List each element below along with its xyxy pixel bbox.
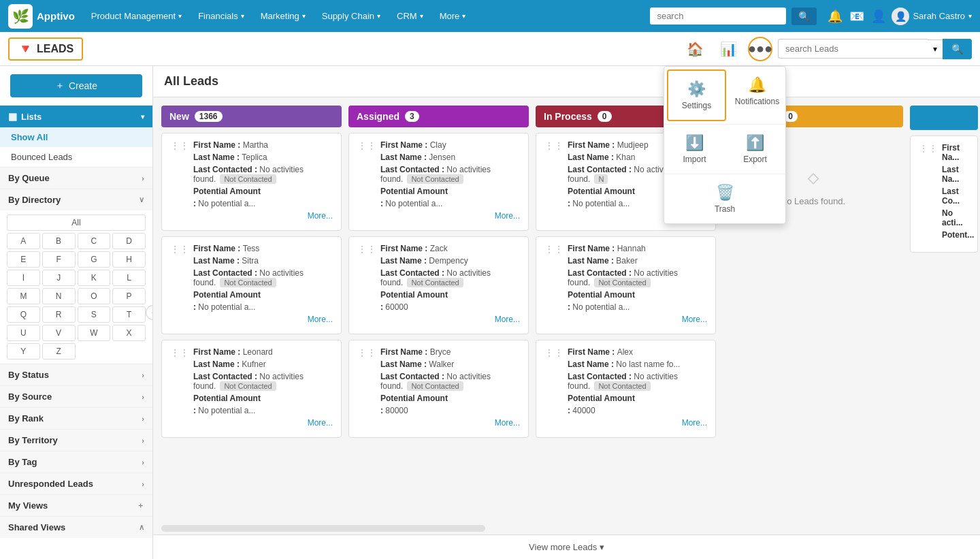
dir-letter-h[interactable]: H xyxy=(112,251,146,268)
card-more-link[interactable]: More... xyxy=(193,418,333,428)
user-menu[interactable]: 👤 Sarah Castro ▾ xyxy=(892,7,972,25)
app-logo[interactable]: 🌿 Apptivo xyxy=(8,4,75,29)
dir-letter-j[interactable]: J xyxy=(42,270,76,286)
card-more-link[interactable]: More... xyxy=(193,315,333,324)
sidebar-section-header-by-rank[interactable]: By Rank › xyxy=(0,408,152,429)
dir-letter-v[interactable]: V xyxy=(42,325,76,341)
dir-letter-n[interactable]: N xyxy=(42,288,76,304)
notifications-bell-icon[interactable]: 🔔 xyxy=(828,9,843,24)
dir-letter-m[interactable]: M xyxy=(7,288,40,304)
card-more-link[interactable]: More... xyxy=(380,211,520,221)
chevron-down-icon: ▾ xyxy=(420,12,423,20)
nav-financials[interactable]: Financials ▾ xyxy=(193,8,250,24)
sidebar: ＋ Create ▦ Lists ▾ Show All Bounced Lead… xyxy=(0,66,153,559)
dir-letter-k[interactable]: K xyxy=(78,270,111,286)
dir-letter-x[interactable]: X xyxy=(112,325,146,341)
nav-crm[interactable]: CRM ▾ xyxy=(391,8,429,24)
nav-product-management[interactable]: Product Management ▾ xyxy=(86,8,187,24)
dropdown-row-settings-notifications: ⚙️ Settings 🔔 Notifications xyxy=(664,67,785,125)
dir-letter-l[interactable]: L xyxy=(112,270,146,286)
dir-letter-g[interactable]: G xyxy=(78,251,111,268)
global-search-input[interactable] xyxy=(650,7,786,25)
nav-supply-chain[interactable]: Supply Chain ▾ xyxy=(316,8,386,24)
sidebar-section-header-unresponded[interactable]: Unresponded Leads › xyxy=(0,473,152,494)
trash-menu-item[interactable]: 🗑️ Trash xyxy=(664,174,785,223)
dir-letter-r[interactable]: R xyxy=(42,306,76,323)
card-drag-handle[interactable]: ⋮⋮ First Name : Martha Last Name : Tepli… xyxy=(170,140,333,221)
sidebar-section-by-rank: By Rank › xyxy=(0,407,152,429)
status-badge: Not Contacted xyxy=(407,381,463,391)
settings-menu-item[interactable]: ⚙️ Settings xyxy=(667,69,726,121)
dir-letter-y[interactable]: Y xyxy=(7,343,40,360)
dir-letter-z[interactable]: Z xyxy=(42,343,76,360)
chevron-down-icon: ▾ xyxy=(600,542,604,552)
sidebar-section-header-by-status[interactable]: By Status › xyxy=(0,364,152,385)
chevron-up-icon: ∧ xyxy=(139,523,144,532)
sidebar-section-header-by-directory[interactable]: By Directory ∨ xyxy=(0,189,152,210)
horizontal-scrollbar[interactable] xyxy=(161,525,485,532)
kanban-header-extra xyxy=(910,106,978,130)
chevron-right-icon: › xyxy=(142,480,144,488)
sidebar-section-header-by-territory[interactable]: By Territory › xyxy=(0,430,152,451)
dir-letter-w[interactable]: W xyxy=(78,325,111,341)
sidebar-section-header-by-queue[interactable]: By Queue › xyxy=(0,167,152,189)
status-badge: Not Contacted xyxy=(220,278,276,287)
dir-letter-b[interactable]: B xyxy=(42,233,76,249)
global-search-button[interactable]: 🔍 xyxy=(791,7,817,25)
leads-badge: 🔻 LEADS xyxy=(8,37,83,61)
sidebar-section-header-by-tag[interactable]: By Tag › xyxy=(0,451,152,473)
chevron-down-icon: ▾ xyxy=(302,12,306,20)
sidebar-section-header-my-views[interactable]: My Views ＋ xyxy=(0,495,152,516)
chart-button[interactable]: 📊 xyxy=(715,38,742,60)
status-badge: Not Contacted xyxy=(594,278,650,287)
sidebar-section-unresponded: Unresponded Leads › xyxy=(0,473,152,494)
sidebar-section-header-by-source[interactable]: By Source › xyxy=(0,386,152,407)
messages-icon[interactable]: 📧 xyxy=(849,9,864,24)
gear-icon: ⚙️ xyxy=(687,80,706,98)
nav-more[interactable]: More ▾ xyxy=(434,8,472,24)
search-leads-dropdown[interactable]: ▾ xyxy=(928,39,943,59)
card-more-link[interactable]: More... xyxy=(380,315,520,324)
export-icon: ⬆️ xyxy=(746,134,764,152)
dir-letter-s[interactable]: S xyxy=(78,306,111,323)
dir-letter-all[interactable]: All xyxy=(7,214,146,231)
drag-handle-icon: ⋮⋮ xyxy=(170,244,189,255)
search-leads-input[interactable] xyxy=(778,39,928,59)
sidebar-section-by-directory: By Directory ∨ All A B C D E F G H I J K… xyxy=(0,189,152,364)
kanban-column-assigned: Assigned 3 ⋮⋮ First Name : Clay Last Nam… xyxy=(348,106,529,517)
card-more-link[interactable]: More... xyxy=(568,315,707,324)
plus-icon: ＋ xyxy=(137,500,144,511)
status-badge: N xyxy=(594,174,608,184)
card-more-link[interactable]: More... xyxy=(193,211,333,221)
sidebar-item-bounced-leads[interactable]: Bounced Leads xyxy=(0,147,152,167)
plus-icon: ＋ xyxy=(55,80,65,92)
card-more-link[interactable]: More... xyxy=(568,418,707,428)
view-more-leads-button[interactable]: View more Leads ▾ xyxy=(153,534,980,559)
sidebar-section-header-shared-views[interactable]: Shared Views ∧ xyxy=(0,517,152,538)
dir-letter-i[interactable]: I xyxy=(7,270,40,286)
more-options-button[interactable]: ●●● xyxy=(748,37,772,61)
sidebar-item-show-all[interactable]: Show All xyxy=(0,127,152,147)
sidebar-section-shared-views: Shared Views ∧ xyxy=(0,516,152,538)
card-more-link[interactable]: More... xyxy=(380,418,520,428)
export-menu-item[interactable]: ⬆️ Export xyxy=(725,125,785,174)
profile-icon[interactable]: 👤 xyxy=(871,9,886,24)
dir-letter-u[interactable]: U xyxy=(7,325,40,341)
sidebar-lists-section[interactable]: ▦ Lists ▾ xyxy=(0,106,152,127)
dir-letter-q[interactable]: Q xyxy=(7,306,40,323)
dir-letter-e[interactable]: E xyxy=(7,251,40,268)
dir-letter-c[interactable]: C xyxy=(78,233,111,249)
nav-marketing[interactable]: Marketing ▾ xyxy=(255,8,311,24)
dir-letter-o[interactable]: O xyxy=(78,288,111,304)
import-menu-item[interactable]: ⬇️ Import xyxy=(664,125,725,174)
dir-letter-f[interactable]: F xyxy=(42,251,76,268)
notifications-menu-item[interactable]: 🔔 Notifications xyxy=(729,67,785,124)
dir-letter-t[interactable]: T xyxy=(112,306,146,323)
create-button[interactable]: ＋ Create xyxy=(10,74,142,97)
dir-letter-a[interactable]: A xyxy=(7,233,40,249)
dir-letter-d[interactable]: D xyxy=(112,233,146,249)
search-leads-go-button[interactable]: 🔍 xyxy=(943,39,972,59)
status-badge: Not Contacted xyxy=(220,174,276,184)
home-button[interactable]: 🏠 xyxy=(681,38,709,60)
dir-letter-p[interactable]: P xyxy=(112,288,146,304)
